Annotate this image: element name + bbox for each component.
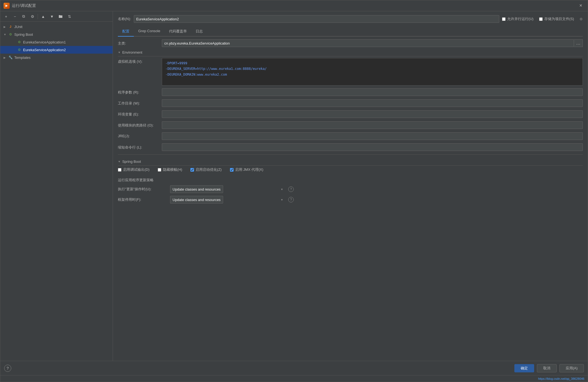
save-as-project-checkbox[interactable]: 存储为项目文件(S) <box>539 17 574 21</box>
allow-parallel-label: 允许并行运行(U) <box>507 17 534 21</box>
tab-code-coverage[interactable]: 代码覆盖率 <box>165 27 191 37</box>
left-panel: + − ⧉ ⚙ ▲ ▼ ⇅ ▶ J JU <box>0 11 113 361</box>
module-classpath-row: 使用模块的类路径 (O): <box>118 121 583 130</box>
environment-section-header[interactable]: ▼ Environment <box>118 50 583 54</box>
enable-jmx-checkbox[interactable]: 启用 JMX 代理(X) <box>230 167 264 172</box>
templates-arrow: ▶ <box>4 56 8 59</box>
env-divider <box>118 56 583 56</box>
update-strategy: 运行应用程序更新策略 执行"更新"操作时(U): Update classes … <box>118 175 583 208</box>
toolbar-divider <box>38 14 38 19</box>
config-area: 主类: … ▼ Environment 虚拟机选项 (V): -DPORT=99… <box>118 37 583 361</box>
gear-settings-icon[interactable]: ⚙ <box>579 17 583 21</box>
right-panel: 名称(N): 允许并行运行(U) 存储为项目文件(S) ⚙ 配置 <box>113 11 588 361</box>
tree-item-springboot[interactable]: ▼ ⚙ Spring Boot <box>0 31 113 38</box>
allow-parallel-checkbox[interactable]: 允许并行运行(U) <box>502 17 534 21</box>
cancel-button[interactable]: 取消 <box>537 364 557 372</box>
update-strategy-title: 运行应用程序更新策略 <box>118 178 583 183</box>
springboot-section-label: Spring Boot <box>122 160 141 164</box>
app2-label: EurekaServiceApplication2 <box>23 48 66 52</box>
on-frame-label: 框架停用时(F): <box>118 197 167 202</box>
folder-button[interactable] <box>57 13 64 20</box>
help-button[interactable]: ? <box>4 365 11 372</box>
on-update-label: 执行"更新"操作时(U): <box>118 187 167 192</box>
checkboxes-row: 允许并行运行(U) 存储为项目文件(S) ⚙ <box>502 17 583 21</box>
on-frame-select-wrapper: Update classes and resources <box>170 196 285 204</box>
enable-jmx-input[interactable] <box>230 168 234 172</box>
title-bar: ▶ 运行/调试配置 × <box>0 0 588 11</box>
tree-item-templates[interactable]: ▶ 🔧 Templates <box>0 54 113 61</box>
window-title: 运行/调试配置 <box>12 3 577 8</box>
status-url[interactable]: https://blog.csdn.net/qq_38628046 <box>538 377 584 380</box>
vm-options-row: 虚拟机选项 (V): -DPORT=9999 -DEUREKA_SERVER=h… <box>118 58 583 86</box>
junit-label: JUnit <box>14 25 23 29</box>
on-frame-select[interactable]: Update classes and resources <box>170 196 223 204</box>
move-up-button[interactable]: ▲ <box>40 13 47 20</box>
class-browse-button[interactable]: … <box>574 39 583 47</box>
jre-label: JRE(J): <box>118 132 162 138</box>
on-frame-help-icon[interactable]: ? <box>288 197 294 202</box>
env-vars-row: 环境变量 (E): <box>118 110 583 119</box>
env-vars-input[interactable] <box>162 110 583 118</box>
program-args-input[interactable] <box>162 88 583 96</box>
save-as-project-input[interactable] <box>539 17 543 21</box>
vm-line1: -DPORT=9999 <box>165 61 579 66</box>
vm-options-value[interactable]: -DPORT=9999 -DEUREKA_SERVER=http://www.e… <box>162 58 583 86</box>
toolbar: + − ⧉ ⚙ ▲ ▼ ⇅ <box>0 11 113 22</box>
enable-launch-input[interactable] <box>190 168 194 172</box>
close-button[interactable]: × <box>577 2 584 10</box>
jre-input[interactable] <box>162 132 583 140</box>
enable-launch-label: 启用启动优化(Z) <box>196 167 222 172</box>
name-label: 名称(N): <box>118 17 131 21</box>
spring-boot-section: ▼ Spring Boot 启用调试输出(D) 隐藏横幅(H) <box>118 154 583 211</box>
on-update-select-wrapper: Update classes and resources <box>170 185 285 193</box>
copy-button[interactable]: ⧉ <box>20 13 27 20</box>
tab-log[interactable]: 日志 <box>191 27 207 37</box>
enable-launch-checkbox[interactable]: 启用启动优化(Z) <box>190 167 222 172</box>
settings-button[interactable]: ⚙ <box>29 13 36 20</box>
sort-button[interactable]: ⇅ <box>66 13 73 20</box>
springboot-label: Spring Boot <box>14 32 33 37</box>
apply-button[interactable]: 应用(A) <box>559 364 584 372</box>
bottom-left: ? <box>4 365 11 372</box>
jre-row: JRE(J): <box>118 132 583 141</box>
tree-item-app1[interactable]: ⚙ EurekaServiceApplication1 <box>0 38 113 46</box>
debug-output-label: 启用调试输出(D) <box>123 167 149 172</box>
debug-output-input[interactable] <box>118 168 121 172</box>
bottom-right: 确定 取消 应用(A) <box>514 364 584 372</box>
working-dir-row: 工作目录 (W): <box>118 99 583 108</box>
add-button[interactable]: + <box>2 13 10 20</box>
hide-banner-checkbox[interactable]: 隐藏横幅(H) <box>158 167 182 172</box>
tab-config[interactable]: 配置 <box>118 27 134 37</box>
move-down-button[interactable]: ▼ <box>48 13 56 20</box>
module-classpath-label: 使用模块的类路径 (O): <box>118 121 162 128</box>
save-as-project-label: 存储为项目文件(S) <box>544 17 574 21</box>
tabs-row: 配置 Grep Console 代码覆盖率 日志 <box>118 27 583 37</box>
program-args-row: 程序参数 (R): <box>118 88 583 97</box>
tab-grep-console[interactable]: Grep Console <box>134 27 165 37</box>
confirm-button[interactable]: 确定 <box>514 364 534 372</box>
working-dir-input[interactable] <box>162 99 583 107</box>
tree-item-junit[interactable]: ▶ J JUnit <box>0 23 113 31</box>
main-window: ▶ 运行/调试配置 × + − ⧉ ⚙ ▲ ▼ ⇅ <box>0 0 588 382</box>
enable-jmx-label: 启用 JMX 代理(X) <box>235 167 264 172</box>
allow-parallel-input[interactable] <box>502 17 506 21</box>
class-input[interactable] <box>162 39 574 47</box>
springboot-section-header[interactable]: ▼ Spring Boot <box>118 160 583 164</box>
tree-item-app2[interactable]: ⚙ EurekaServiceApplication2 <box>0 46 113 54</box>
name-input[interactable] <box>134 15 499 23</box>
name-row: 名称(N): 允许并行运行(U) 存储为项目文件(S) ⚙ <box>118 15 583 23</box>
remove-button[interactable]: − <box>11 13 18 20</box>
short-cmd-input[interactable] <box>162 143 583 151</box>
debug-output-checkbox[interactable]: 启用调试输出(D) <box>118 167 149 172</box>
hide-banner-input[interactable] <box>158 168 161 172</box>
springboot-checkboxes: 启用调试输出(D) 隐藏横幅(H) 启用启动优化(Z) 启用 JMX <box>118 167 583 172</box>
springboot-icon: ⚙ <box>8 32 13 37</box>
on-update-select[interactable]: Update classes and resources <box>170 185 223 193</box>
on-update-help-icon[interactable]: ? <box>288 186 294 192</box>
junit-icon: J <box>8 24 13 29</box>
main-content: + − ⧉ ⚙ ▲ ▼ ⇅ ▶ J JU <box>0 11 588 361</box>
templates-icon: 🔧 <box>8 55 13 60</box>
junit-arrow: ▶ <box>4 25 8 28</box>
module-classpath-input[interactable] <box>162 121 583 129</box>
app-icon: ▶ <box>4 3 10 9</box>
